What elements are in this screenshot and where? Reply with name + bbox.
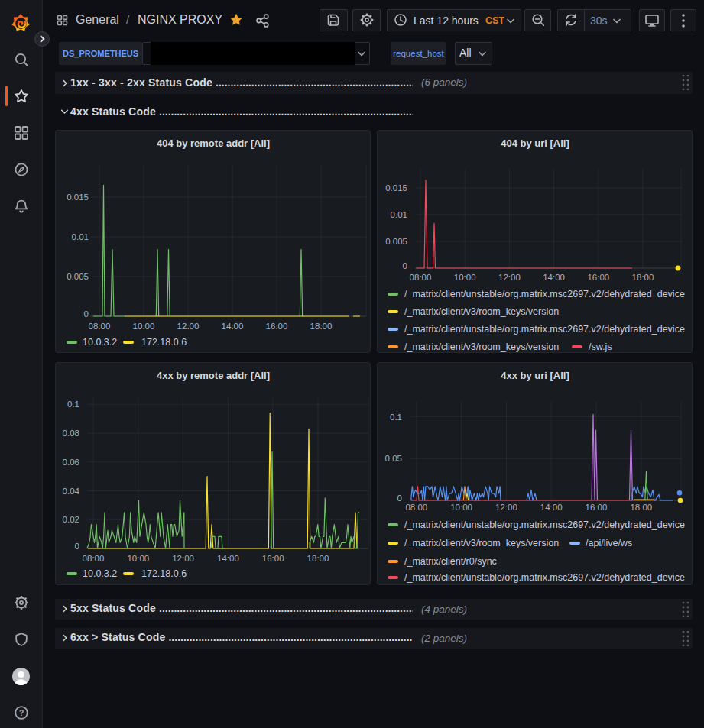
svg-text:172.18.0.6: 172.18.0.6	[141, 337, 187, 348]
svg-text:?: ?	[19, 708, 24, 717]
svg-text:/_matrix/client/unstable/org.m: /_matrix/client/unstable/org.matrix.msc2…	[404, 519, 685, 530]
svg-text:/_matrix/client/unstable/org.m: /_matrix/client/unstable/org.matrix.msc2…	[404, 289, 685, 299]
svg-text:172.18.0.6: 172.18.0.6	[141, 568, 187, 579]
svg-text:/_matrix/client/v3/room_keys/v: /_matrix/client/v3/room_keys/version	[404, 538, 559, 548]
svg-text:/sw.js: /sw.js	[589, 341, 612, 352]
svg-text:10.0.3.2: 10.0.3.2	[83, 568, 117, 579]
svg-text:/_matrix/client/v3/room_keys/v: /_matrix/client/v3/room_keys/version	[404, 306, 559, 317]
svg-text:/_matrix/client/unstable/org.m: /_matrix/client/unstable/org.matrix.msc2…	[404, 324, 685, 335]
svg-text:/_matrix/client/v3/room_keys/v: /_matrix/client/v3/room_keys/version	[404, 341, 559, 352]
svg-text:/_matrix/client/unstable/org.m: /_matrix/client/unstable/org.matrix.msc2…	[404, 572, 685, 583]
svg-text:10.0.3.2: 10.0.3.2	[83, 337, 117, 348]
svg-text:/_matrix/client/r0/sync: /_matrix/client/r0/sync	[404, 556, 497, 567]
svg-text:/api/live/ws: /api/live/ws	[586, 538, 632, 548]
